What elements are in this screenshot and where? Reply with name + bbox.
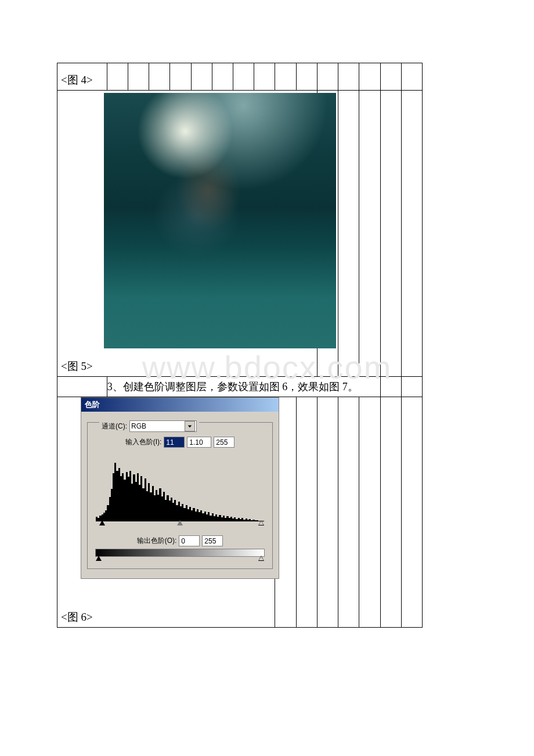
document-table: <图 4> <图 5> 3、	[57, 63, 423, 628]
figure-6-label: <图 6>	[57, 607, 275, 627]
gamma-slider[interactable]	[177, 520, 183, 525]
input-slider[interactable]	[96, 521, 264, 528]
channel-select[interactable]: RGB	[129, 420, 197, 432]
channel-value: RGB	[131, 422, 146, 430]
svg-marker-0	[188, 425, 192, 427]
output-black-field[interactable]: 0	[179, 535, 200, 546]
output-white-slider[interactable]	[258, 556, 264, 561]
figure-5-label: <图 5>	[57, 357, 317, 376]
step-3-text: 3、创建色阶调整图层，参数设置如图 6，效果如图 7。	[107, 377, 380, 397]
dialog-title: 色阶	[81, 398, 279, 412]
dropdown-arrow-icon[interactable]	[185, 421, 195, 431]
levels-dialog: 色阶 通道(C): RGB	[81, 397, 279, 579]
input-black-field[interactable]: 11	[164, 437, 185, 448]
output-black-slider[interactable]	[96, 556, 102, 561]
figure-4-label: <图 4>	[57, 70, 107, 90]
input-levels-label: 输入色阶(I):	[125, 437, 162, 447]
input-gamma-field[interactable]: 1.10	[187, 437, 211, 448]
white-point-slider[interactable]	[258, 520, 264, 525]
output-gradient	[95, 549, 265, 557]
histogram	[96, 451, 264, 521]
channel-label: 通道(C):	[102, 422, 127, 431]
output-levels-label: 输出色阶(O):	[137, 536, 177, 546]
output-slider[interactable]	[96, 557, 264, 564]
input-white-field[interactable]: 255	[214, 437, 234, 448]
output-white-field[interactable]: 255	[202, 535, 223, 546]
black-point-slider[interactable]	[99, 520, 105, 525]
underwater-photo	[104, 93, 336, 348]
